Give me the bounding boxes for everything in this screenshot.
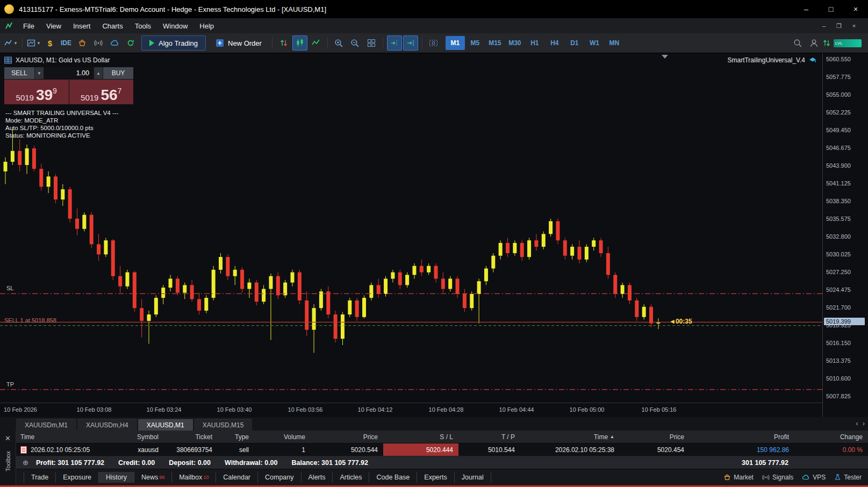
history-row[interactable]: 2026.02.10 05:25:05 xauusd 3806693754 se… xyxy=(16,443,868,456)
toolbox-tab-code-base[interactable]: Code Base xyxy=(369,472,417,483)
toolbox-tab-exposure[interactable]: Exposure xyxy=(56,472,99,483)
chart-object-tool-button[interactable]: ▼ xyxy=(3,35,18,51)
auto-scroll-button[interactable] xyxy=(403,35,418,51)
column-header-tp-7[interactable]: T / P xyxy=(458,431,520,443)
chart-tab-xauusdm-m1[interactable]: XAUUSDm,M1 xyxy=(16,419,76,431)
menu-item-help[interactable]: Help xyxy=(193,18,220,33)
toolbox-tab-news[interactable]: News99 xyxy=(134,472,172,483)
price-axis[interactable]: 5019.399 5060.5505057.7755055.0005052.22… xyxy=(822,53,868,417)
buy-price[interactable]: 5019 56 7 xyxy=(69,80,134,104)
chart-close-button[interactable]: × xyxy=(848,20,860,31)
indicator-tool-button[interactable]: ▼ xyxy=(26,35,41,51)
signals-icon xyxy=(762,474,770,481)
volume-input[interactable]: 1.00 xyxy=(44,67,94,79)
status-vps[interactable]: VPS xyxy=(802,474,826,481)
chart-tab-xauusd-m1[interactable]: XAUUSD,M1 xyxy=(138,419,193,431)
tabs-scroll-right-button[interactable]: › xyxy=(863,419,865,427)
cloud-button[interactable] xyxy=(107,35,122,51)
account-icon[interactable] xyxy=(806,35,821,51)
toolbox-tab-company[interactable]: Company xyxy=(258,472,302,483)
tile-windows-button[interactable] xyxy=(364,35,379,51)
maximize-button[interactable]: □ xyxy=(819,0,843,18)
signals-broadcast-button[interactable] xyxy=(91,35,106,51)
status-signals[interactable]: Signals xyxy=(762,474,793,481)
menu-item-tools[interactable]: Tools xyxy=(129,18,157,33)
candle xyxy=(463,294,467,308)
timeframe-m5[interactable]: M5 xyxy=(465,36,485,50)
toolbox-tab-history[interactable]: History xyxy=(99,472,134,483)
column-header-time-8[interactable]: Time▲ xyxy=(520,431,620,443)
chart-bars-button[interactable] xyxy=(276,35,291,51)
algo-trading-button[interactable]: Algo Trading xyxy=(141,35,206,51)
sell-button[interactable]: SELL xyxy=(4,67,34,79)
zoom-in-button[interactable] xyxy=(332,35,347,51)
chart-candles-button[interactable] xyxy=(292,35,307,51)
column-header-symbol-1[interactable]: Symbol xyxy=(126,431,164,443)
account-summary-row: ⊕ Profit: 301 105 777.92 Credit: 0.00 De… xyxy=(16,456,868,469)
candle xyxy=(104,240,107,254)
timeframe-h1[interactable]: H1 xyxy=(525,36,544,50)
timeframe-h4[interactable]: H4 xyxy=(545,36,564,50)
chart-minimize-button[interactable]: – xyxy=(817,20,830,31)
tabs-scroll-left-button[interactable]: ‹ xyxy=(856,419,858,427)
chart-tab-xauusd-m15[interactable]: XAUUSD,M15 xyxy=(194,419,253,431)
toolbox-tab-calendar[interactable]: Calendar xyxy=(216,472,258,483)
status-tester[interactable]: Tester xyxy=(834,474,862,481)
column-header-time-0[interactable]: Time xyxy=(16,431,126,443)
toolbox-tab-journal[interactable]: Journal xyxy=(455,472,491,483)
screenshot-button[interactable] xyxy=(426,35,441,51)
ide-button[interactable]: IDE xyxy=(59,35,74,51)
chart-restore-button[interactable]: ❐ xyxy=(833,20,845,31)
volume-increase-button[interactable]: ▲ xyxy=(94,67,103,79)
column-header-price-9[interactable]: Price xyxy=(620,431,690,443)
candle xyxy=(578,247,582,260)
menu-item-insert[interactable]: Insert xyxy=(67,18,97,33)
expert-advisor-icon[interactable] xyxy=(808,56,817,64)
search-icon[interactable] xyxy=(790,35,805,51)
timeframe-w1[interactable]: W1 xyxy=(585,36,604,50)
column-header-price-5[interactable]: Price xyxy=(311,431,383,443)
close-button[interactable]: × xyxy=(843,0,868,18)
volume-decrease-button[interactable]: ▼ xyxy=(34,67,44,79)
financial-symbol-button[interactable]: $ xyxy=(42,35,58,51)
candle xyxy=(384,278,388,294)
ea-comment: --- SMART TRAILING UNIVERSAL V4 --- Mode… xyxy=(5,109,118,139)
timeframe-m15[interactable]: M15 xyxy=(485,36,505,50)
menu-item-charts[interactable]: Charts xyxy=(96,18,128,33)
column-header-sl-6[interactable]: S / L xyxy=(383,431,458,443)
toolbox-close-button[interactable]: ✕ xyxy=(3,433,13,443)
menu-item-window[interactable]: Window xyxy=(157,18,193,33)
chart-plot[interactable]: XAUUSD, M1: Gold vs US Dollar SmartTrail… xyxy=(0,53,822,403)
toolbox-tab-experts[interactable]: Experts xyxy=(417,472,454,483)
chart-line-button[interactable] xyxy=(309,35,324,51)
status-market[interactable]: Market xyxy=(723,474,754,481)
toolbox-tab-trade[interactable]: Trade xyxy=(24,472,56,483)
chevron-down-icon: ▼ xyxy=(13,41,18,46)
new-order-button[interactable]: New Order xyxy=(209,35,268,51)
market-basket-button[interactable] xyxy=(75,35,90,51)
column-header-change-11[interactable]: Change xyxy=(794,431,868,443)
timeframe-m1[interactable]: M1 xyxy=(446,36,465,50)
column-header-type-3[interactable]: Type xyxy=(218,431,254,443)
toolbox-tab-alerts[interactable]: Alerts xyxy=(302,472,333,483)
zoom-out-button[interactable] xyxy=(348,35,363,51)
chart-shift-button[interactable] xyxy=(387,35,402,51)
column-header-volume-4[interactable]: Volume xyxy=(254,431,311,443)
candle xyxy=(18,151,21,165)
chart-tab-xauusdm-h4[interactable]: XAUUSDm,H4 xyxy=(77,419,137,431)
buy-button[interactable]: BUY xyxy=(103,67,133,79)
timeframe-mn[interactable]: MN xyxy=(605,36,624,50)
sell-price[interactable]: 5019 39 9 xyxy=(4,80,69,104)
menu-item-view[interactable]: View xyxy=(40,18,67,33)
column-header-profit-10[interactable]: Profit xyxy=(690,431,794,443)
minimize-button[interactable]: – xyxy=(794,0,819,18)
toolbox-tab-mailbox[interactable]: Mailbox10 xyxy=(172,472,216,483)
copy-trading-button[interactable] xyxy=(123,35,138,51)
time-axis[interactable]: 10 Feb 202610 Feb 03:0810 Feb 03:2410 Fe… xyxy=(0,403,822,417)
menu-item-file[interactable]: File xyxy=(17,18,40,33)
connection-status[interactable]: LVL xyxy=(822,39,862,47)
toolbox-tab-articles[interactable]: Articles xyxy=(333,472,369,483)
column-header-ticket-2[interactable]: Ticket xyxy=(164,431,218,443)
timeframe-d1[interactable]: D1 xyxy=(565,36,584,50)
timeframe-m30[interactable]: M30 xyxy=(505,36,525,50)
